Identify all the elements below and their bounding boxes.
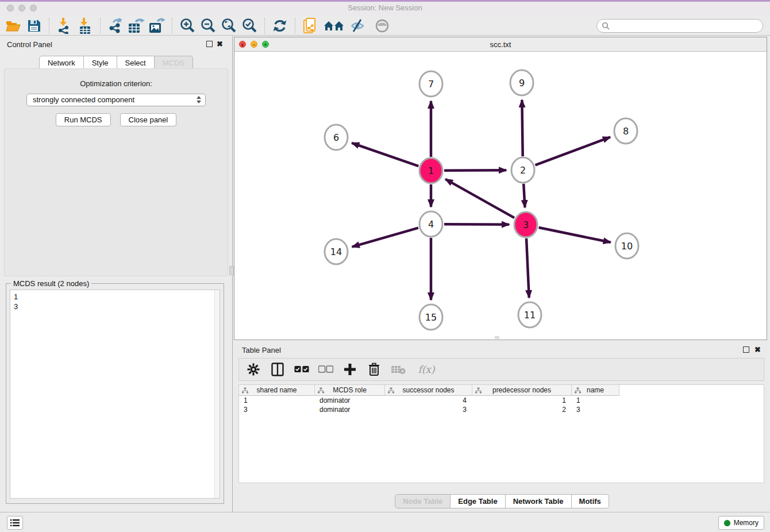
control-panel: Control Panel ✖ NetworkStyleSelectMCDS O…: [0, 36, 233, 512]
control-panel-title: Control Panel: [7, 40, 52, 49]
toolbar-separator: [264, 18, 265, 34]
edge-4-14[interactable]: [352, 228, 418, 247]
table-cell[interactable]: 1: [239, 396, 315, 405]
import-table-button[interactable]: [76, 18, 94, 34]
hide-graphics-details-button[interactable]: [349, 18, 366, 34]
close-table-panel-icon[interactable]: ✖: [754, 345, 761, 354]
run-mcds-button[interactable]: Run MCDS: [56, 113, 111, 126]
edge-3-11[interactable]: [526, 238, 529, 298]
table-cell[interactable]: 4: [385, 396, 472, 405]
table-cell[interactable]: 2: [472, 405, 572, 414]
network-graph: 7968124314101511: [234, 52, 767, 340]
show-all-networks-button[interactable]: [322, 18, 345, 34]
column-header-successor-nodes[interactable]: successor nodes: [385, 385, 472, 396]
edge-2-3[interactable]: [523, 184, 525, 207]
canvas-splitter-handle[interactable]: [495, 336, 499, 339]
node-10[interactable]: 10: [615, 233, 638, 259]
node-11[interactable]: 11: [518, 302, 541, 327]
import-network-button[interactable]: [56, 18, 73, 34]
delete-table-disabled-icon: [391, 362, 406, 377]
edge-3-10[interactable]: [539, 228, 611, 242]
network-window-title: scc.txt: [234, 40, 767, 49]
add-column-icon[interactable]: [342, 362, 357, 377]
mcds-result-group: MCDS result (2 nodes) 1 3: [6, 283, 224, 504]
tab-network-table[interactable]: Network Table: [506, 494, 572, 508]
close-panel-button[interactable]: Close panel: [120, 113, 177, 126]
tab-node-table[interactable]: Node Table: [395, 494, 451, 508]
node-label: 15: [425, 312, 437, 323]
export-network-button[interactable]: [107, 18, 124, 34]
node-4[interactable]: 4: [419, 211, 442, 237]
memory-status-icon: [724, 520, 730, 526]
export-table-button[interactable]: [128, 18, 145, 34]
optimization-criterion-select[interactable]: strongly connected component: [26, 94, 206, 106]
mcds-result-textarea[interactable]: 1 3: [10, 290, 220, 499]
node-label: 1: [428, 165, 434, 176]
column-layout-icon[interactable]: [270, 362, 285, 377]
node-3[interactable]: 3: [514, 212, 537, 237]
edge-2-8[interactable]: [536, 137, 610, 165]
vertical-splitter-handle[interactable]: [229, 266, 234, 275]
table-cell[interactable]: 3: [239, 405, 315, 414]
node-6[interactable]: 6: [325, 125, 348, 150]
save-session-button[interactable]: [25, 18, 43, 34]
float-panel-icon[interactable]: [206, 41, 213, 47]
close-panel-icon[interactable]: ✖: [217, 40, 223, 48]
edge-4-3[interactable]: [444, 224, 509, 225]
edge-2-9[interactable]: [522, 100, 522, 156]
select-all-checkboxes-icon[interactable]: [294, 362, 309, 377]
network-canvas[interactable]: 7968124314101511: [234, 52, 767, 340]
duplicate-network-button[interactable]: [302, 18, 319, 34]
edge-1-6[interactable]: [352, 143, 418, 166]
table-cell[interactable]: 3: [385, 405, 472, 414]
delete-column-icon[interactable]: [367, 362, 382, 377]
node-9[interactable]: 9: [510, 70, 533, 95]
list-icon: [10, 519, 20, 527]
table-cell[interactable]: 3: [572, 405, 619, 414]
table-cell[interactable]: dominator: [315, 405, 385, 414]
node-14[interactable]: 14: [325, 239, 348, 264]
table-row[interactable]: 1dominator411: [239, 396, 764, 405]
node-7[interactable]: 7: [419, 71, 442, 97]
export-image-button[interactable]: [148, 18, 165, 34]
node-table[interactable]: shared nameMCDS rolesuccessor nodesprede…: [238, 384, 764, 483]
result-scrollbar[interactable]: [214, 290, 220, 498]
selected-option: strongly connected component: [33, 95, 134, 104]
zoom-selected-button[interactable]: [241, 18, 258, 34]
table-cell[interactable]: 1: [472, 396, 572, 405]
node-2[interactable]: 2: [511, 157, 534, 183]
node-15[interactable]: 15: [419, 304, 442, 330]
tab-motifs[interactable]: Motifs: [572, 494, 609, 508]
column-header-MCDS-role[interactable]: MCDS role: [315, 385, 385, 396]
task-history-button[interactable]: [7, 516, 23, 530]
edge-3-1[interactable]: [445, 179, 514, 218]
node-1[interactable]: 1: [419, 158, 442, 183]
search-input[interactable]: [596, 19, 763, 33]
column-header-shared-name[interactable]: shared name: [239, 385, 315, 396]
column-header-name[interactable]: name: [572, 385, 619, 396]
table-settings-icon[interactable]: [246, 362, 261, 377]
network-view-window: x − + scc.txt 7968124314101511: [234, 37, 767, 340]
node-label: 10: [621, 241, 633, 252]
node-label: 4: [428, 219, 434, 230]
zoom-fit-button[interactable]: [220, 18, 237, 34]
table-row[interactable]: 3dominator323: [239, 405, 764, 414]
node-8[interactable]: 8: [614, 118, 637, 144]
toolbar-separator: [49, 18, 49, 34]
open-session-button[interactable]: [5, 18, 22, 34]
apply-layout-refresh-button[interactable]: [271, 18, 288, 34]
zoom-in-button[interactable]: [179, 18, 196, 34]
deselect-all-checkboxes-icon[interactable]: [318, 362, 333, 377]
network-window-titlebar[interactable]: x − + scc.txt: [234, 37, 767, 52]
node-label: 6: [333, 132, 339, 143]
tab-edge-table[interactable]: Edge Table: [451, 494, 505, 508]
float-table-panel-icon[interactable]: [743, 346, 749, 353]
edge-1-2[interactable]: [444, 170, 506, 171]
table-cell[interactable]: 1: [572, 396, 619, 405]
show-eye-button[interactable]: [374, 18, 391, 34]
zoom-out-button[interactable]: [199, 18, 217, 34]
table-cell[interactable]: dominator: [315, 396, 385, 405]
node-label: 2: [520, 165, 526, 176]
column-header-predecessor-nodes[interactable]: predecessor nodes: [472, 385, 572, 396]
memory-button[interactable]: Memory: [718, 516, 764, 530]
